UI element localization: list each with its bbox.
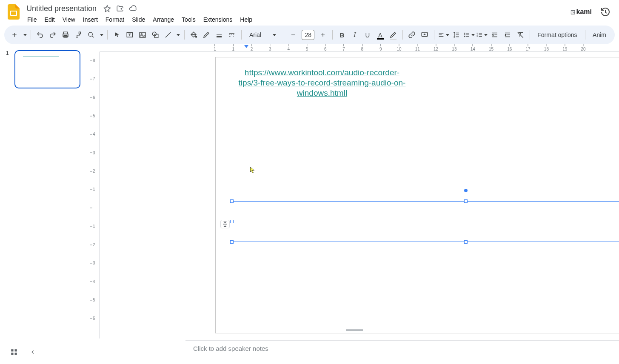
numbered-list-button[interactable]: 123 <box>476 28 488 41</box>
highlight-button[interactable] <box>387 28 399 41</box>
slide-number: 1 <box>6 50 11 360</box>
toolbar: Arial B I U A 123 Format options Anim <box>4 26 615 44</box>
new-slide-dropdown[interactable] <box>21 28 27 41</box>
border-weight-button[interactable] <box>213 28 225 41</box>
zoom-button[interactable] <box>85 28 97 41</box>
font-selector[interactable]: Arial <box>245 29 280 41</box>
menu-tools[interactable]: Tools <box>178 14 199 25</box>
grid-view-icon[interactable] <box>10 348 18 356</box>
notes-placeholder: Click to add speaker notes <box>193 345 268 352</box>
menu-file[interactable]: File <box>24 14 40 25</box>
shape-button[interactable] <box>149 28 161 41</box>
clear-format-button[interactable] <box>514 28 526 41</box>
notes-resize-handle[interactable] <box>346 329 363 331</box>
align-button[interactable] <box>438 28 450 41</box>
mouse-cursor-icon <box>250 166 256 174</box>
menu-view[interactable]: View <box>59 14 79 25</box>
svg-point-15 <box>464 36 465 37</box>
zoom-dropdown[interactable] <box>98 28 104 41</box>
slide-thumbnail-1[interactable] <box>14 50 80 88</box>
menu-insert[interactable]: Insert <box>80 14 101 25</box>
line-dropdown[interactable] <box>175 28 181 41</box>
decrease-font-button[interactable] <box>287 28 299 41</box>
canvas[interactable]: 11234567891011121314151617181920 8765432… <box>89 44 619 364</box>
svg-rect-16 <box>466 33 469 33</box>
collapse-filmstrip-icon[interactable] <box>30 349 36 355</box>
svg-rect-17 <box>466 34 469 35</box>
kami-label: kami <box>576 8 592 16</box>
selected-textbox[interactable] <box>232 201 619 242</box>
chevron-down-icon <box>271 34 276 36</box>
resize-handle[interactable] <box>230 240 234 244</box>
app-header: Untitled presentation File Edit View Ins… <box>0 0 619 24</box>
line-spacing-button[interactable] <box>451 28 462 41</box>
ruler-vertical[interactable]: 87654321123456 <box>89 52 100 338</box>
autofit-button[interactable] <box>220 220 230 228</box>
increase-indent-button[interactable] <box>502 28 513 41</box>
border-color-button[interactable] <box>200 28 212 41</box>
bold-button[interactable]: B <box>336 28 348 41</box>
thumb-content <box>32 57 50 58</box>
svg-point-5 <box>88 32 92 36</box>
line-button[interactable] <box>162 28 174 41</box>
comment-button[interactable] <box>419 28 431 41</box>
open-external-icon: ◳ <box>571 9 575 15</box>
filmstrip: 1 <box>0 44 89 364</box>
decrease-indent-button[interactable] <box>489 28 501 41</box>
kami-extension[interactable]: ◳kami <box>571 8 592 16</box>
undo-button[interactable] <box>34 28 46 41</box>
bullet-list-button[interactable] <box>463 28 475 41</box>
format-options-button[interactable]: Format options <box>533 31 581 38</box>
textbox-button[interactable] <box>124 28 136 41</box>
menu-slide[interactable]: Slide <box>128 14 148 25</box>
increase-font-button[interactable] <box>317 28 329 41</box>
svg-rect-10 <box>154 34 158 38</box>
menu-edit[interactable]: Edit <box>41 14 58 25</box>
title-link-text[interactable]: https://www.workintool.com/audio-recorde… <box>237 68 407 98</box>
speaker-notes[interactable]: Click to add speaker notes <box>185 340 619 364</box>
main-area: 1 11234567891011121314151617181920 87654… <box>0 44 619 364</box>
menu-bar: File Edit View Insert Format Slide Arran… <box>24 14 571 25</box>
svg-point-13 <box>464 33 465 34</box>
title-area: Untitled presentation File Edit View Ins… <box>24 3 571 25</box>
ruler-horizontal[interactable]: 11234567891011121314151617181920 <box>100 44 619 52</box>
menu-arrange[interactable]: Arrange <box>149 14 177 25</box>
menu-format[interactable]: Format <box>102 14 128 25</box>
svg-point-11 <box>196 36 197 37</box>
new-slide-button[interactable] <box>9 28 20 41</box>
svg-rect-25 <box>15 353 17 355</box>
move-icon[interactable] <box>116 5 124 12</box>
resize-handle[interactable] <box>464 199 468 203</box>
paint-format-button[interactable] <box>72 28 84 41</box>
animation-button[interactable]: Anim <box>588 31 610 38</box>
slide-surface[interactable]: https://www.workintool.com/audio-recorde… <box>215 57 619 333</box>
svg-rect-1 <box>11 11 16 15</box>
menu-help[interactable]: Help <box>237 14 256 25</box>
menu-extensions[interactable]: Extensions <box>200 14 236 25</box>
cloud-status-icon[interactable] <box>129 5 137 12</box>
svg-rect-22 <box>11 349 13 351</box>
select-tool[interactable] <box>111 28 123 41</box>
resize-handle[interactable] <box>464 240 468 244</box>
font-size-input[interactable] <box>302 30 314 40</box>
print-button[interactable] <box>60 28 71 41</box>
document-title[interactable]: Untitled presentation <box>24 3 99 14</box>
indent-marker[interactable] <box>244 45 248 48</box>
redo-button[interactable] <box>47 28 59 41</box>
italic-button[interactable]: I <box>349 28 361 41</box>
star-icon[interactable] <box>103 5 111 12</box>
slides-logo[interactable] <box>5 3 22 20</box>
fill-color-button[interactable] <box>188 28 200 41</box>
text-color-button[interactable]: A <box>374 28 386 41</box>
link-button[interactable] <box>406 28 418 41</box>
rotate-handle[interactable] <box>464 189 468 192</box>
border-dash-button[interactable] <box>226 28 238 41</box>
resize-handle[interactable] <box>230 199 234 203</box>
version-history-icon[interactable] <box>599 6 611 18</box>
svg-rect-23 <box>15 349 17 351</box>
bottom-left-controls <box>0 340 89 364</box>
svg-rect-18 <box>466 36 469 37</box>
resize-handle[interactable] <box>230 220 234 223</box>
underline-button[interactable]: U <box>362 28 374 41</box>
image-button[interactable] <box>137 28 148 41</box>
